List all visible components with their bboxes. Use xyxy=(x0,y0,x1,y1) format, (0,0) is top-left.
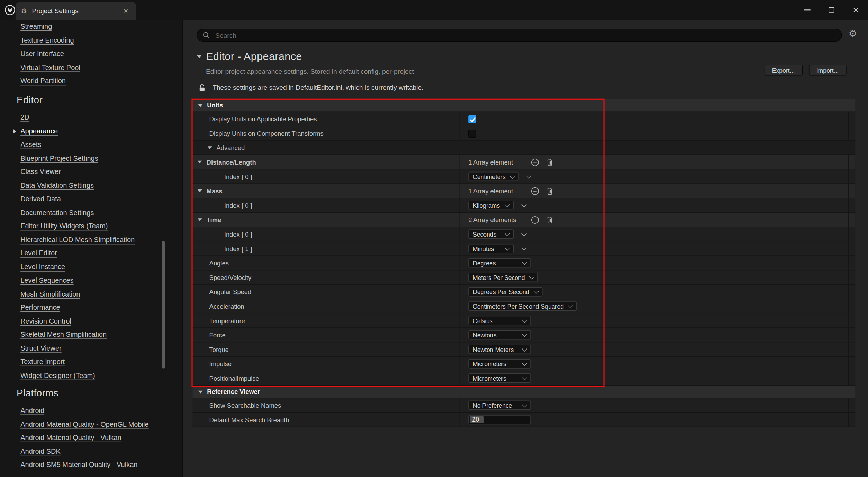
sidebar-item-widget-designer[interactable]: Widget Designer (Team) xyxy=(0,369,182,382)
chevron-down-icon xyxy=(522,346,527,352)
sidebar-item-level-editor[interactable]: Level Editor xyxy=(0,247,182,260)
sidebar-item-android-material-quality-opengl[interactable]: Android Material Quality - OpenGL Mobile xyxy=(0,417,182,431)
row-force: Force Newtons xyxy=(193,328,856,343)
sidebar-scrollbar[interactable] xyxy=(162,241,165,369)
sidebar-item-world-partition[interactable]: World Partition xyxy=(0,74,182,88)
export-button[interactable]: Export... xyxy=(764,65,802,75)
row-display-units-applicable: Display Units on Applicable Properties xyxy=(193,112,856,126)
search-bar[interactable] xyxy=(197,29,842,42)
distance-length-unit-dropdown[interactable]: Centimeters xyxy=(468,172,519,181)
chevron-down-icon xyxy=(505,231,510,236)
collapse-arrow-icon xyxy=(198,161,202,164)
row-default-max-search-breadth: Default Max Search Breadth 20 xyxy=(193,413,856,427)
add-time-element-button[interactable] xyxy=(531,215,539,224)
show-searchable-names-dropdown[interactable]: No Preference xyxy=(468,400,531,410)
sidebar-item-level-sequences[interactable]: Level Sequences xyxy=(0,274,182,287)
chevron-down-icon xyxy=(510,173,515,179)
setting-label: PositionalImpulse xyxy=(209,375,259,381)
sidebar-item-derived-data[interactable]: Derived Data xyxy=(0,192,182,206)
delete-time-elements-button[interactable] xyxy=(546,216,553,223)
dropdown-value: Degrees Per Second xyxy=(473,289,529,295)
import-button[interactable]: Import... xyxy=(808,65,846,75)
checkbox-display-units-transforms[interactable] xyxy=(468,129,476,137)
sidebar-item-editor-utility-widgets[interactable]: Editor Utility Widgets (Team) xyxy=(0,219,182,233)
sidebar-item-level-instance[interactable]: Level Instance xyxy=(0,260,182,274)
row-advanced-expander[interactable]: Advanced xyxy=(193,141,856,155)
row-angles: Angles Degrees xyxy=(193,256,856,271)
sidebar-item-android-sdk[interactable]: Android SDK xyxy=(0,445,182,458)
minimize-button[interactable] xyxy=(795,0,819,20)
sidebar-item-appearance[interactable]: Appearance xyxy=(0,124,182,138)
element-options-dropdown[interactable] xyxy=(522,247,526,250)
sidebar-item-virtual-texture-pool[interactable]: Virtual Texture Pool xyxy=(0,61,182,74)
add-mass-element-button[interactable] xyxy=(531,187,539,195)
sidebar-item-class-viewer[interactable]: Class Viewer xyxy=(0,165,182,179)
dropdown-value: Seconds xyxy=(473,231,496,237)
row-distance-length[interactable]: Distance/Length 1 Array element xyxy=(193,155,856,170)
advanced-label: Advanced xyxy=(216,144,245,151)
sidebar-item-android-material-quality-vulkan[interactable]: Android Material Quality - Vulkan xyxy=(0,431,182,444)
sidebar-item-performance[interactable]: Performance xyxy=(0,301,182,315)
element-options-dropdown[interactable] xyxy=(527,175,531,178)
header-buttons: Export... Import... xyxy=(764,65,846,75)
sidebar-item-skeletal-mesh-simplification[interactable]: Skeletal Mesh Simplification xyxy=(0,328,182,342)
delete-distance-length-elements-button[interactable] xyxy=(546,158,553,166)
speed-velocity-dropdown[interactable]: Meters Per Second xyxy=(468,273,538,282)
row-mass[interactable]: Mass 1 Array element xyxy=(193,184,856,198)
project-settings-icon: ⚙ xyxy=(21,8,27,14)
sidebar-item-android[interactable]: Android xyxy=(0,404,182,417)
setting-label: Speed/Velocity xyxy=(209,274,252,281)
row-time[interactable]: Time 2 Array elements xyxy=(193,213,856,227)
maximize-button[interactable] xyxy=(819,0,843,20)
setting-label: Torque xyxy=(209,346,229,353)
section-header-units[interactable]: Units xyxy=(193,99,856,112)
chevron-down-icon xyxy=(568,303,573,308)
sidebar-item-struct-viewer[interactable]: Struct Viewer xyxy=(0,342,182,355)
sidebar-item-streaming[interactable]: Streaming xyxy=(0,20,182,34)
tab-project-settings[interactable]: ⚙ Project Settings ✕ xyxy=(16,2,136,20)
dropdown-value: Newtons xyxy=(473,332,496,338)
row-angular-speed: Angular Speed Degrees Per Second xyxy=(193,285,856,299)
section-header-reference-viewer[interactable]: Reference Viewer xyxy=(193,386,856,398)
acceleration-dropdown[interactable]: Centimeters Per Second Squared xyxy=(468,301,577,311)
page-header: Editor - Appearance xyxy=(197,51,302,63)
delete-mass-elements-button[interactable] xyxy=(546,187,553,195)
sidebar-item-mesh-simplification[interactable]: Mesh Simplification xyxy=(0,287,182,301)
torque-dropdown[interactable]: Newton Meters xyxy=(468,345,531,354)
sidebar-item-texture-encoding[interactable]: Texture Encoding xyxy=(0,34,182,47)
tab-close-icon[interactable]: ✕ xyxy=(121,6,131,16)
sidebar-item-hierarchical-lod-mesh-simplification[interactable]: Hierarchical LOD Mesh Simplification xyxy=(0,233,182,247)
sidebar-item-documentation-settings[interactable]: Documentation Settings xyxy=(0,206,182,219)
checkbox-display-units-applicable[interactable] xyxy=(468,115,476,123)
sidebar-item-texture-import[interactable]: Texture Import xyxy=(0,355,182,369)
row-show-searchable-names: Show Searchable Names No Preference xyxy=(193,398,856,413)
sidebar-item-2d[interactable]: 2D xyxy=(0,111,182,124)
element-options-dropdown[interactable] xyxy=(522,233,526,236)
default-max-search-breadth-input[interactable]: 20 xyxy=(468,415,531,424)
time-unit-dropdown-0[interactable]: Seconds xyxy=(468,229,514,239)
sidebar-item-revision-control[interactable]: Revision Control xyxy=(0,315,182,328)
angular-speed-dropdown[interactable]: Degrees Per Second xyxy=(468,287,543,297)
impulse-dropdown[interactable]: Micrometers xyxy=(468,359,531,368)
collapse-arrow-icon[interactable] xyxy=(197,55,201,58)
time-unit-dropdown-1[interactable]: Minutes xyxy=(468,244,514,253)
settings-content: ⚙ Editor - Appearance Editor project app… xyxy=(183,20,868,477)
temperature-dropdown[interactable]: Celsius xyxy=(468,316,531,325)
close-button[interactable]: ✕ xyxy=(844,0,868,20)
settings-gear-icon[interactable]: ⚙ xyxy=(849,29,857,38)
positional-impulse-dropdown[interactable]: Micrometers xyxy=(468,373,531,383)
angles-dropdown[interactable]: Degrees xyxy=(468,258,531,267)
collapse-arrow-icon xyxy=(198,189,202,192)
sidebar-item-android-sm5-material-quality[interactable]: Android SM5 Material Quality - Vulkan xyxy=(0,458,182,472)
search-icon xyxy=(202,32,210,39)
element-options-dropdown[interactable] xyxy=(522,204,526,207)
settings-panel: Units Display Units on Applicable Proper… xyxy=(193,99,856,427)
sidebar-item-data-validation-settings[interactable]: Data Validation Settings xyxy=(0,179,182,192)
search-input[interactable] xyxy=(214,31,836,40)
sidebar-item-assets[interactable]: Assets xyxy=(0,138,182,151)
add-distance-length-element-button[interactable] xyxy=(531,158,539,166)
sidebar-item-user-interface[interactable]: User Interface xyxy=(0,47,182,61)
mass-unit-dropdown[interactable]: Kilograms xyxy=(468,201,514,210)
sidebar-item-blueprint-project-settings[interactable]: Blueprint Project Settings xyxy=(0,151,182,165)
force-dropdown[interactable]: Newtons xyxy=(468,330,531,339)
